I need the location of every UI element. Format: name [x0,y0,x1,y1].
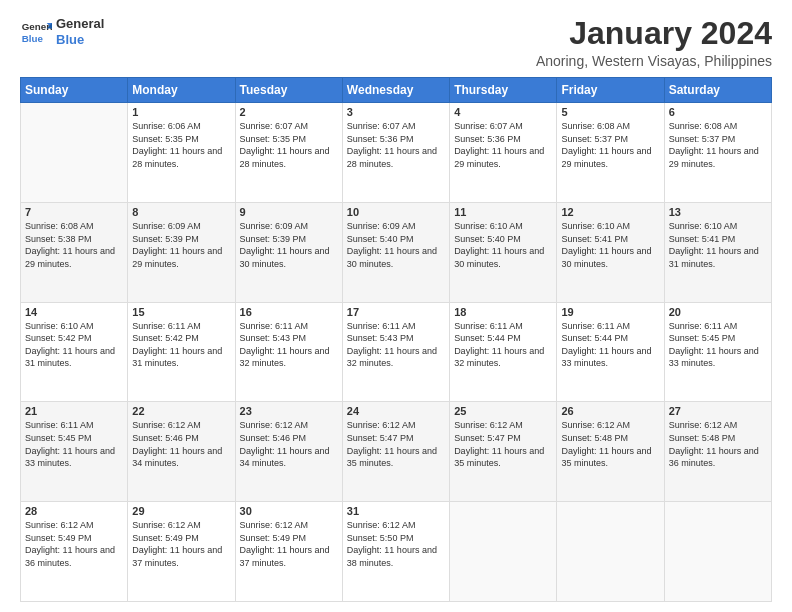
day-info: Sunrise: 6:07 AMSunset: 5:35 PMDaylight:… [240,120,338,170]
day-info: Sunrise: 6:11 AMSunset: 5:43 PMDaylight:… [240,320,338,370]
calendar-day-cell: 3Sunrise: 6:07 AMSunset: 5:36 PMDaylight… [342,103,449,203]
calendar-day-cell [664,502,771,602]
calendar-week-row: 28Sunrise: 6:12 AMSunset: 5:49 PMDayligh… [21,502,772,602]
day-info: Sunrise: 6:08 AMSunset: 5:38 PMDaylight:… [25,220,123,270]
day-info: Sunrise: 6:09 AMSunset: 5:39 PMDaylight:… [240,220,338,270]
day-info: Sunrise: 6:12 AMSunset: 5:49 PMDaylight:… [240,519,338,569]
main-title: January 2024 [536,16,772,51]
calendar-day-cell: 17Sunrise: 6:11 AMSunset: 5:43 PMDayligh… [342,302,449,402]
calendar-day-cell: 30Sunrise: 6:12 AMSunset: 5:49 PMDayligh… [235,502,342,602]
calendar-week-row: 7Sunrise: 6:08 AMSunset: 5:38 PMDaylight… [21,202,772,302]
calendar-table: SundayMondayTuesdayWednesdayThursdayFrid… [20,77,772,602]
day-info: Sunrise: 6:12 AMSunset: 5:49 PMDaylight:… [25,519,123,569]
day-number: 12 [561,206,659,218]
calendar-day-cell: 5Sunrise: 6:08 AMSunset: 5:37 PMDaylight… [557,103,664,203]
svg-text:General: General [22,21,52,32]
calendar-day-cell: 14Sunrise: 6:10 AMSunset: 5:42 PMDayligh… [21,302,128,402]
day-number: 30 [240,505,338,517]
logo: General Blue General Blue [20,16,104,48]
day-number: 2 [240,106,338,118]
day-info: Sunrise: 6:12 AMSunset: 5:48 PMDaylight:… [669,419,767,469]
day-number: 27 [669,405,767,417]
day-number: 23 [240,405,338,417]
day-number: 21 [25,405,123,417]
day-info: Sunrise: 6:11 AMSunset: 5:45 PMDaylight:… [669,320,767,370]
day-number: 31 [347,505,445,517]
day-number: 18 [454,306,552,318]
calendar-day-cell [21,103,128,203]
calendar-day-cell: 31Sunrise: 6:12 AMSunset: 5:50 PMDayligh… [342,502,449,602]
day-info: Sunrise: 6:11 AMSunset: 5:42 PMDaylight:… [132,320,230,370]
day-number: 7 [25,206,123,218]
day-info: Sunrise: 6:11 AMSunset: 5:43 PMDaylight:… [347,320,445,370]
calendar-day-header: Tuesday [235,78,342,103]
page: General Blue General Blue January 2024 A… [0,0,792,612]
calendar-day-cell: 6Sunrise: 6:08 AMSunset: 5:37 PMDaylight… [664,103,771,203]
day-info: Sunrise: 6:08 AMSunset: 5:37 PMDaylight:… [561,120,659,170]
day-number: 25 [454,405,552,417]
day-info: Sunrise: 6:10 AMSunset: 5:42 PMDaylight:… [25,320,123,370]
logo-line2: Blue [56,32,104,48]
day-info: Sunrise: 6:12 AMSunset: 5:47 PMDaylight:… [347,419,445,469]
day-number: 6 [669,106,767,118]
day-number: 17 [347,306,445,318]
day-info: Sunrise: 6:07 AMSunset: 5:36 PMDaylight:… [454,120,552,170]
calendar-day-cell [450,502,557,602]
calendar-day-header: Thursday [450,78,557,103]
day-number: 26 [561,405,659,417]
calendar-day-cell: 26Sunrise: 6:12 AMSunset: 5:48 PMDayligh… [557,402,664,502]
calendar-day-cell: 23Sunrise: 6:12 AMSunset: 5:46 PMDayligh… [235,402,342,502]
day-info: Sunrise: 6:09 AMSunset: 5:39 PMDaylight:… [132,220,230,270]
day-info: Sunrise: 6:12 AMSunset: 5:48 PMDaylight:… [561,419,659,469]
calendar-day-cell: 21Sunrise: 6:11 AMSunset: 5:45 PMDayligh… [21,402,128,502]
day-number: 13 [669,206,767,218]
day-info: Sunrise: 6:12 AMSunset: 5:49 PMDaylight:… [132,519,230,569]
calendar-day-cell: 24Sunrise: 6:12 AMSunset: 5:47 PMDayligh… [342,402,449,502]
logo-icon: General Blue [20,16,52,48]
calendar-day-cell: 19Sunrise: 6:11 AMSunset: 5:44 PMDayligh… [557,302,664,402]
day-number: 16 [240,306,338,318]
subtitle: Anoring, Western Visayas, Philippines [536,53,772,69]
calendar-day-cell: 15Sunrise: 6:11 AMSunset: 5:42 PMDayligh… [128,302,235,402]
calendar-day-cell: 27Sunrise: 6:12 AMSunset: 5:48 PMDayligh… [664,402,771,502]
logo-line1: General [56,16,104,32]
svg-text:Blue: Blue [22,33,44,44]
day-number: 5 [561,106,659,118]
day-info: Sunrise: 6:12 AMSunset: 5:46 PMDaylight:… [132,419,230,469]
day-number: 8 [132,206,230,218]
day-info: Sunrise: 6:10 AMSunset: 5:41 PMDaylight:… [669,220,767,270]
calendar-day-header: Sunday [21,78,128,103]
day-number: 22 [132,405,230,417]
calendar-day-cell: 28Sunrise: 6:12 AMSunset: 5:49 PMDayligh… [21,502,128,602]
day-number: 20 [669,306,767,318]
day-number: 14 [25,306,123,318]
day-number: 19 [561,306,659,318]
calendar-day-cell: 13Sunrise: 6:10 AMSunset: 5:41 PMDayligh… [664,202,771,302]
day-info: Sunrise: 6:12 AMSunset: 5:46 PMDaylight:… [240,419,338,469]
calendar-day-cell: 22Sunrise: 6:12 AMSunset: 5:46 PMDayligh… [128,402,235,502]
calendar-week-row: 21Sunrise: 6:11 AMSunset: 5:45 PMDayligh… [21,402,772,502]
day-number: 11 [454,206,552,218]
day-info: Sunrise: 6:07 AMSunset: 5:36 PMDaylight:… [347,120,445,170]
calendar-day-cell: 7Sunrise: 6:08 AMSunset: 5:38 PMDaylight… [21,202,128,302]
day-info: Sunrise: 6:11 AMSunset: 5:45 PMDaylight:… [25,419,123,469]
calendar-day-cell: 1Sunrise: 6:06 AMSunset: 5:35 PMDaylight… [128,103,235,203]
day-info: Sunrise: 6:12 AMSunset: 5:47 PMDaylight:… [454,419,552,469]
calendar-header-row: SundayMondayTuesdayWednesdayThursdayFrid… [21,78,772,103]
calendar-day-header: Monday [128,78,235,103]
title-area: January 2024 Anoring, Western Visayas, P… [536,16,772,69]
calendar-day-cell: 16Sunrise: 6:11 AMSunset: 5:43 PMDayligh… [235,302,342,402]
day-info: Sunrise: 6:09 AMSunset: 5:40 PMDaylight:… [347,220,445,270]
day-number: 28 [25,505,123,517]
calendar-day-cell: 10Sunrise: 6:09 AMSunset: 5:40 PMDayligh… [342,202,449,302]
calendar-day-cell: 12Sunrise: 6:10 AMSunset: 5:41 PMDayligh… [557,202,664,302]
day-info: Sunrise: 6:12 AMSunset: 5:50 PMDaylight:… [347,519,445,569]
calendar-day-cell: 20Sunrise: 6:11 AMSunset: 5:45 PMDayligh… [664,302,771,402]
day-info: Sunrise: 6:11 AMSunset: 5:44 PMDaylight:… [454,320,552,370]
day-number: 1 [132,106,230,118]
day-number: 9 [240,206,338,218]
day-info: Sunrise: 6:10 AMSunset: 5:41 PMDaylight:… [561,220,659,270]
calendar-day-header: Wednesday [342,78,449,103]
day-number: 3 [347,106,445,118]
calendar-week-row: 14Sunrise: 6:10 AMSunset: 5:42 PMDayligh… [21,302,772,402]
